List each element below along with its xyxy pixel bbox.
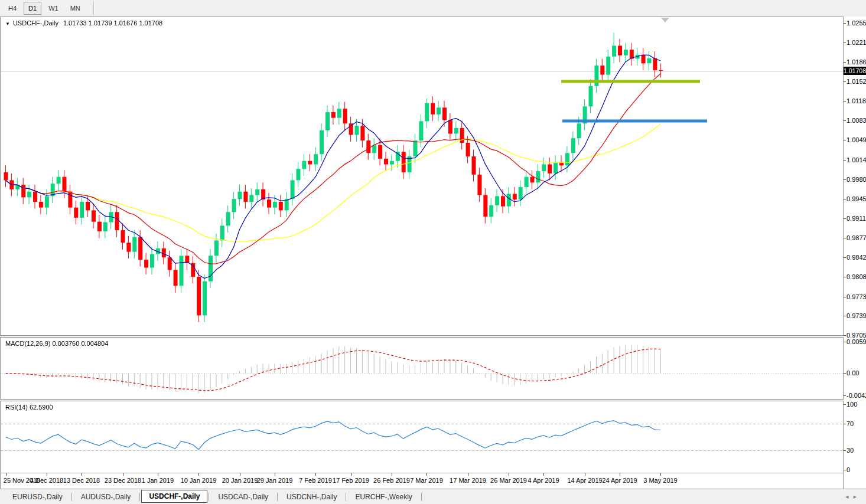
price-scale-label: 0.98080: [847, 273, 866, 280]
price-scale-tick: [844, 277, 846, 277]
time-scale-tick: [468, 473, 468, 476]
chart-tab-bar: EURUSD-,Daily AUDUSD-,Daily USDCHF-,Dail…: [0, 489, 866, 504]
rsi-scale-label: 70: [847, 420, 854, 427]
price-scale-label: 1.02550: [847, 19, 866, 27]
price-scale-label: 1.00490: [847, 136, 866, 143]
tab-scroll-left-icon[interactable]: ◂: [845, 493, 854, 500]
price-scale-tick: [844, 42, 846, 43]
chart-symbol-label: USDCHF-,Daily: [13, 19, 58, 27]
timeframe-h4-button[interactable]: H4: [4, 2, 21, 15]
chart-shift-marker-icon[interactable]: [661, 18, 669, 22]
toolbar-separator: [93, 1, 95, 15]
mt4-window: H4 D1 W1 MN ▼USDCHF-,Daily1.01733 1.0173…: [0, 0, 866, 504]
macd-scale-tick: [844, 373, 846, 374]
time-scale-tick: [585, 473, 585, 476]
price-chart-panel[interactable]: ▼USDCHF-,Daily1.01733 1.01739 1.01676 1.…: [0, 17, 844, 336]
macd-scale-label: 0.00597: [847, 338, 866, 345]
tab-scroll-right-icon[interactable]: ▸: [853, 493, 861, 500]
time-scale-tick: [620, 473, 620, 476]
price-scale-tick: [844, 199, 846, 199]
tab-usdcnh-daily[interactable]: USDCNH-,Daily: [279, 491, 344, 503]
macd-scale-tick: [844, 342, 846, 342]
rsi-scale-label: 30: [847, 447, 854, 454]
price-scale-tick: [844, 62, 846, 63]
price-scale-label: 1.01180: [847, 97, 866, 104]
chart-title: ▼USDCHF-,Daily1.01733 1.01739 1.01676 1.…: [5, 19, 162, 27]
current-price-tag: 1.01708: [844, 67, 866, 75]
time-scale-tick: [351, 473, 351, 476]
price-scale-label: 0.99110: [847, 215, 866, 222]
tab-separator: [209, 493, 209, 501]
macd-canvas[interactable]: [1, 338, 843, 399]
time-scale-tick: [509, 473, 509, 476]
timeframe-mn-button[interactable]: MN: [66, 2, 85, 15]
time-scale-tick: [123, 473, 123, 476]
time-scale-tick: [47, 473, 47, 476]
macd-label: MACD(12,26,9) 0.003760 0.004804: [5, 340, 108, 347]
price-scale-label: 0.98420: [847, 254, 866, 261]
macd-panel[interactable]: MACD(12,26,9) 0.003760 0.004804: [0, 337, 844, 400]
price-scale-tick: [844, 140, 846, 140]
tab-eurusd-daily[interactable]: EURUSD-,Daily: [5, 491, 70, 503]
time-scale-label: 13 Dec 2018: [61, 477, 102, 484]
price-scale-label: 0.98770: [847, 234, 866, 241]
price-scale-label: 1.01860: [847, 58, 866, 66]
tab-separator: [277, 493, 278, 501]
timeframe-d1-button[interactable]: D1: [24, 2, 41, 15]
time-scale-label: 1 Jan 2019: [137, 477, 178, 484]
tab-separator: [71, 493, 72, 501]
rsi-scale-tick: [844, 450, 846, 451]
time-scale[interactable]: 25 Nov 20184 Dec 201813 Dec 201823 Dec 2…: [0, 473, 844, 489]
macd-scale-tick: [844, 395, 846, 396]
price-scale-label: 0.97390: [847, 312, 866, 319]
price-scale[interactable]: 1.01708 1.025501.022101.018601.015201.01…: [844, 17, 866, 489]
tab-audusd-daily[interactable]: AUDUSD-,Daily: [73, 491, 139, 503]
price-scale-tick: [844, 257, 846, 258]
macd-scale-label: 0.00: [847, 369, 859, 377]
time-scale-tick: [392, 473, 392, 476]
timeframe-w1-button[interactable]: W1: [44, 2, 63, 15]
chart-ohlc-values: 1.01733 1.01739 1.01676 1.01708: [63, 19, 162, 27]
price-scale-tick: [844, 120, 846, 121]
price-scale-label: 0.99450: [847, 195, 866, 202]
rsi-scale-label: 100: [847, 401, 857, 408]
price-scale-tick: [844, 297, 846, 297]
price-scale-tick: [844, 23, 846, 24]
time-scale-label: 4 Apr 2019: [523, 477, 564, 484]
price-scale-label: 0.97730: [847, 293, 866, 300]
time-scale-tick: [82, 473, 82, 476]
time-scale-label: 7 Mar 2019: [406, 477, 447, 484]
time-scale-label: 10 Jan 2019: [178, 477, 219, 484]
time-scale-label: 17 Feb 2019: [330, 477, 372, 484]
price-scale-label: 1.00140: [847, 156, 866, 163]
price-scale-label: 1.02210: [847, 39, 866, 46]
rsi-canvas[interactable]: [1, 401, 843, 473]
rsi-scale-label: 0: [847, 466, 850, 473]
tab-usdcad-daily[interactable]: USDCAD-,Daily: [210, 491, 276, 503]
rsi-scale-tick: [844, 404, 846, 405]
price-scale-label: 1.00830: [847, 117, 866, 124]
tab-eurchf-weekly[interactable]: EURCHF-,Weekly: [347, 491, 419, 503]
rsi-panel[interactable]: RSI(14) 62.5900: [0, 401, 844, 473]
tab-scroll-arrows: ◂▸: [845, 493, 861, 500]
time-scale-tick: [6, 473, 6, 476]
tab-separator: [139, 493, 140, 501]
price-scale-tick: [844, 238, 846, 238]
time-scale-label: 17 Mar 2019: [447, 477, 489, 484]
chart-dropdown-icon[interactable]: ▼: [5, 21, 10, 27]
tab-usdchf-daily[interactable]: USDCHF-,Daily: [141, 490, 207, 503]
time-scale-tick: [275, 473, 275, 476]
price-scale-tick: [844, 218, 846, 219]
time-scale-label: 3 May 2019: [640, 477, 681, 484]
price-scale-tick: [844, 316, 846, 316]
time-scale-tick: [240, 473, 240, 476]
price-scale-label: 1.01520: [847, 78, 866, 85]
time-scale-tick: [315, 473, 316, 476]
price-scale-label: 0.99800: [847, 176, 866, 183]
price-scale-tick: [844, 101, 846, 102]
macd-scale-label: -0.004243: [847, 392, 866, 399]
time-scale-tick: [543, 473, 544, 476]
time-scale-tick: [427, 473, 427, 476]
time-scale-label: 24 Apr 2019: [599, 477, 640, 484]
price-chart-canvas[interactable]: [1, 17, 843, 335]
